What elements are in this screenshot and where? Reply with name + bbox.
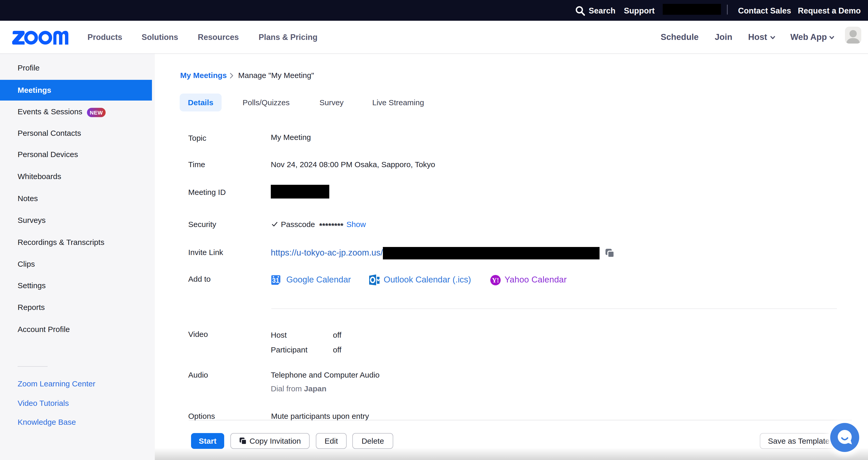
svg-text:31: 31: [272, 277, 279, 284]
svg-text:Y!: Y!: [492, 277, 499, 284]
